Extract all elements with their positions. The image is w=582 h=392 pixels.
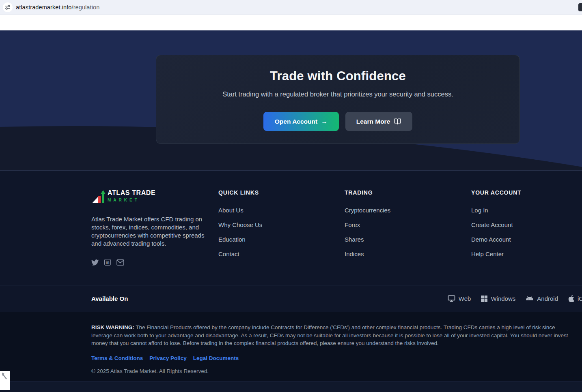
footer-link-create-account[interactable]: Create Account — [471, 221, 582, 229]
footer-link-contact[interactable]: Contact — [218, 251, 345, 259]
footer-columns: ATLAS TRADE MARKET Atlas Trade Market of… — [91, 171, 582, 266]
footer-link-education[interactable]: Education — [218, 236, 345, 244]
platform-windows-label: Windows — [491, 295, 515, 302]
platform-android[interactable]: Android — [526, 295, 558, 302]
brand-name-top: ATLAS TRADE — [108, 189, 155, 197]
footer-link-shares[interactable]: Shares — [345, 236, 471, 244]
footer-link-log-in[interactable]: Log In — [471, 207, 582, 215]
footer-link-why-choose-us[interactable]: Why Choose Us — [218, 221, 345, 229]
twitter-icon[interactable] — [91, 259, 99, 266]
hero-cta-card: Trade with Confidence Start trading with… — [156, 55, 520, 144]
browser-extension-chip[interactable] — [578, 3, 582, 11]
copyright-text: © 2025 Atlas Trade Market. All Rights Re… — [91, 368, 582, 374]
risk-warning: RISK WARNING: The Financial Products off… — [91, 323, 574, 347]
footer-link-indices[interactable]: Indices — [345, 251, 471, 259]
brand-description: Atlas Trade Market offers CFD trading on… — [91, 215, 205, 248]
brand-chart-icon — [91, 189, 106, 206]
page-bottom-strip — [0, 381, 582, 392]
hero-section: Trade with Confidence Start trading with… — [0, 30, 582, 170]
page-top-whitespace — [0, 15, 582, 30]
linkedin-icon[interactable]: in — [104, 259, 111, 266]
social-icons-row: in — [91, 259, 218, 266]
available-on-bar: Available On Web Windows — [0, 285, 582, 312]
url-path: /regulation — [72, 4, 100, 11]
platform-web-label: Web — [459, 295, 471, 302]
platform-ios[interactable]: iOS — [568, 295, 582, 302]
linkedin-glyph: in — [104, 259, 111, 266]
monitor-icon — [448, 295, 455, 302]
footer-link-forex[interactable]: Forex — [345, 221, 471, 229]
privacy-policy-link[interactable]: Privacy Policy — [149, 355, 187, 361]
book-open-icon — [394, 118, 401, 125]
brand-name-bottom: MARKET — [108, 198, 155, 202]
column-title-trading: TRADING — [345, 189, 471, 196]
url-text[interactable]: atlastrademarket.info/regulation — [16, 4, 99, 11]
windows-icon — [481, 296, 487, 302]
platform-android-label: Android — [537, 295, 558, 302]
arrow-right-icon: → — [321, 118, 328, 125]
platform-web[interactable]: Web — [448, 295, 471, 302]
site-settings-icon[interactable] — [3, 2, 13, 12]
email-icon[interactable] — [116, 259, 124, 266]
column-title-your-account: YOUR ACCOUNT — [471, 189, 582, 196]
risk-warning-text: The Financial Products offered by the co… — [91, 324, 568, 346]
open-account-button[interactable]: Open Account → — [263, 112, 339, 131]
hero-title: Trade with Confidence — [156, 69, 519, 84]
brand-logo[interactable]: ATLAS TRADE MARKET — [91, 189, 218, 206]
open-account-label: Open Account — [275, 118, 317, 125]
footer-trading-column: TRADING Cryptocurrencies Forex Shares In… — [345, 189, 471, 266]
legal-links-row: Terms & Conditions Privacy Policy Legal … — [91, 355, 582, 361]
terms-and-conditions-link[interactable]: Terms & Conditions — [91, 355, 143, 361]
learn-more-button[interactable]: Learn More — [345, 112, 412, 131]
hero-buttons-row: Open Account → Learn More — [156, 112, 519, 131]
apple-icon — [568, 295, 574, 302]
footer-brand-column: ATLAS TRADE MARKET Atlas Trade Market of… — [91, 189, 218, 266]
footer-link-help-center[interactable]: Help Center — [471, 251, 582, 259]
browser-url-bar[interactable]: atlastrademarket.info/regulation — [0, 0, 582, 15]
footer-quick-links-column: QUICK LINKS About Us Why Choose Us Educa… — [218, 189, 345, 266]
hero-subtitle: Start trading with a regulated broker th… — [156, 90, 519, 98]
footer-account-column: YOUR ACCOUNT Log In Create Account Demo … — [471, 189, 582, 266]
footer: ATLAS TRADE MARKET Atlas Trade Market of… — [0, 170, 582, 285]
risk-warning-label: RISK WARNING: — [91, 324, 134, 330]
footer-link-about-us[interactable]: About Us — [218, 207, 345, 215]
footer-link-demo-account[interactable]: Demo Account — [471, 236, 582, 244]
legal-documents-link[interactable]: Legal Documents — [193, 355, 239, 361]
brand-name: ATLAS TRADE MARKET — [108, 189, 155, 202]
platforms-row: Web Windows Android — [448, 295, 582, 302]
learn-more-label: Learn More — [356, 118, 390, 125]
column-title-quick-links: QUICK LINKS — [218, 189, 345, 196]
android-icon — [526, 296, 534, 301]
diagonal-arrow-icon — [1, 371, 9, 383]
platform-ios-label: iOS — [578, 295, 582, 302]
url-domain: atlastrademarket.info — [16, 4, 72, 11]
available-on-label: Available On — [91, 295, 128, 302]
scroll-widget[interactable] — [0, 371, 10, 390]
footer-link-cryptocurrencies[interactable]: Cryptocurrencies — [345, 207, 471, 215]
platform-windows[interactable]: Windows — [481, 295, 515, 302]
legal-section: RISK WARNING: The Financial Products off… — [0, 312, 582, 381]
